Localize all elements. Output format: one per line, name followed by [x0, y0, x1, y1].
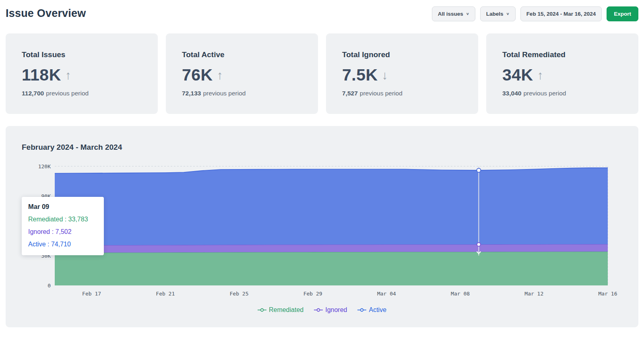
page-title: Issue Overview: [6, 6, 86, 20]
y-tick-label: 120K: [38, 163, 51, 169]
x-tick-label: Mar 08: [451, 291, 470, 297]
stat-card-total-ignored: Total Ignored 7.5K ↓ 7,527previous perio…: [326, 33, 478, 114]
stat-label: Total Remediated: [502, 50, 622, 59]
legend-label: Ignored: [325, 306, 347, 314]
y-tick-label: 0: [47, 283, 51, 289]
legend-item-remediated[interactable]: Remediated: [258, 306, 303, 314]
crosshair-ignored-marker: [477, 243, 481, 246]
trend-up-icon: ↑: [217, 69, 223, 81]
stat-previous: 33,040previous period: [502, 90, 622, 97]
stat-previous-value: 72,133: [182, 90, 201, 97]
x-tick-label: Feb 21: [156, 291, 175, 297]
trend-up-icon: ↑: [65, 69, 71, 81]
stat-previous: 72,133previous period: [182, 90, 302, 97]
tooltip-active-row: Active : 74,710: [28, 241, 97, 248]
export-button[interactable]: Export: [607, 6, 638, 21]
stat-value: 76K: [182, 66, 213, 85]
stat-label: Total Issues: [22, 50, 142, 59]
x-tick-label: Mar 16: [599, 291, 617, 297]
chart-legend: Remediated Ignored Active: [22, 306, 622, 314]
all-issues-dropdown-label: All issues: [438, 11, 463, 17]
stat-previous: 112,700previous period: [22, 90, 142, 97]
stat-previous-value: 33,040: [502, 90, 521, 97]
issues-stacked-area-chart[interactable]: 030K60K90K120KFeb 17Feb 21Feb 25Feb 29Ma…: [22, 162, 622, 300]
stat-previous-label: previous period: [523, 90, 566, 97]
stat-previous-label: previous period: [46, 90, 89, 97]
stat-previous-label: previous period: [360, 90, 402, 97]
stat-value: 34K: [502, 66, 533, 85]
chart-area: 030K60K90K120KFeb 17Feb 21Feb 25Feb 29Ma…: [22, 162, 622, 302]
all-issues-dropdown[interactable]: All issues ∨: [432, 6, 475, 21]
legend-marker-icon: [314, 308, 323, 312]
issues-chart-card: February 2024 - March 2024 030K60K90K120…: [6, 126, 638, 327]
stat-label: Total Active: [182, 50, 302, 59]
x-tick-label: Feb 25: [230, 291, 249, 297]
x-tick-label: Mar 04: [377, 291, 396, 297]
legend-label: Remediated: [269, 306, 303, 314]
legend-marker-icon: [258, 308, 266, 312]
tooltip-ignored-row: Ignored : 7,502: [28, 228, 97, 236]
legend-item-active[interactable]: Active: [357, 306, 386, 314]
stat-card-total-issues: Total Issues 118K ↑ 112,700previous peri…: [6, 33, 158, 114]
toolbar: All issues ∨ Labels ∨ Feb 15, 2024 - Mar…: [432, 6, 638, 21]
x-tick-label: Feb 17: [82, 291, 101, 297]
stat-previous-value: 112,700: [22, 90, 44, 97]
stat-previous-label: previous period: [203, 90, 246, 97]
tooltip-remediated-row: Remediated : 33,783: [28, 216, 97, 223]
stat-label: Total Ignored: [342, 50, 462, 59]
chevron-down-icon: ∨: [466, 12, 469, 16]
trend-down-icon: ↓: [382, 69, 388, 81]
legend-marker-icon: [357, 308, 366, 312]
stat-value: 7.5K: [342, 66, 378, 85]
chevron-down-icon: ∨: [506, 12, 510, 16]
stat-previous: 7,527previous period: [342, 90, 462, 97]
stat-card-total-active: Total Active 76K ↑ 72,133previous period: [166, 33, 318, 114]
stat-cards-row: Total Issues 118K ↑ 112,700previous peri…: [6, 33, 638, 114]
x-tick-label: Feb 29: [303, 291, 322, 297]
stat-previous-value: 7,527: [342, 90, 358, 97]
legend-item-ignored[interactable]: Ignored: [314, 306, 347, 314]
trend-up-icon: ↑: [537, 69, 543, 81]
legend-label: Active: [369, 306, 386, 314]
tooltip-date: Mar 09: [28, 203, 97, 211]
stat-value: 118K: [22, 66, 61, 85]
date-range-label: Feb 15, 2024 - Mar 16, 2024: [526, 11, 596, 17]
labels-dropdown-label: Labels: [486, 11, 504, 17]
chart-title: February 2024 - March 2024: [22, 143, 622, 152]
page-header: Issue Overview All issues ∨ Labels ∨ Feb…: [6, 6, 638, 21]
x-tick-label: Mar 12: [524, 291, 543, 297]
stat-card-total-remediated: Total Remediated 34K ↑ 33,040previous pe…: [486, 33, 638, 114]
chart-tooltip: Mar 09 Remediated : 33,783 Ignored : 7,5…: [22, 197, 104, 255]
crosshair-active-marker: [477, 168, 481, 172]
labels-dropdown[interactable]: Labels ∨: [480, 6, 516, 21]
date-range-picker[interactable]: Feb 15, 2024 - Mar 16, 2024: [520, 6, 602, 21]
